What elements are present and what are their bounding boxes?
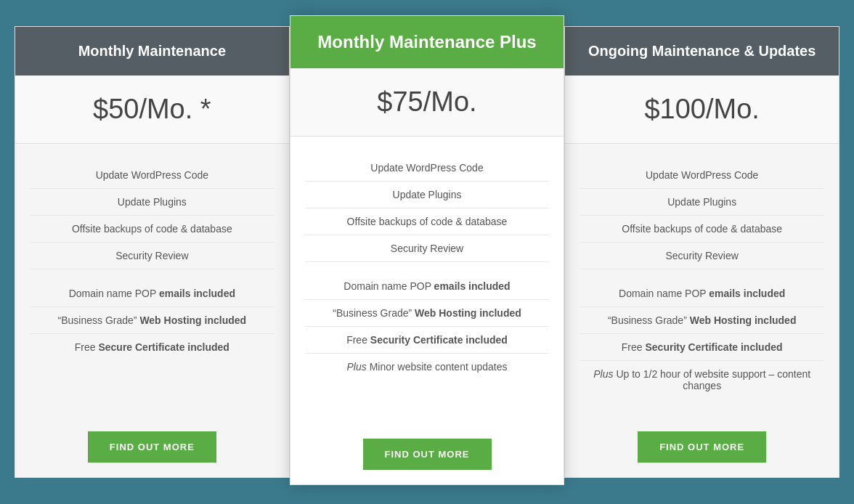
price-box-monthly-maintenance-plus: $75/Mo. [290,68,564,137]
features-box-monthly-maintenance-plus: Update WordPress CodeUpdate PluginsOffsi… [290,137,564,424]
find-out-btn-monthly-maintenance-plus[interactable]: FIND OUT MORE [363,439,492,470]
col-header-monthly-maintenance: Monthly Maintenance [15,27,289,76]
feature-extra-0: Domain name POP emails included [30,280,274,307]
feature-basic-1: Update Plugins [30,189,274,216]
pricing-table: Monthly Maintenance$50/Mo. *Update WordP… [15,26,839,478]
find-out-btn-monthly-maintenance[interactable]: FIND OUT MORE [88,431,216,463]
pricing-col-ongoing-maintenance: Ongoing Maintenance & Updates$100/Mo.Upd… [564,26,839,478]
price-box-monthly-maintenance: $50/Mo. * [15,76,289,144]
price-box-ongoing-maintenance: $100/Mo. [565,76,839,144]
feature-basic-2: Offsite backups of code & database [580,216,824,243]
col-header-ongoing-maintenance: Ongoing Maintenance & Updates [565,27,839,76]
pricing-col-monthly-maintenance: Monthly Maintenance$50/Mo. *Update WordP… [15,26,290,478]
feature-basic-1: Update Plugins [305,182,550,208]
feature-basic-3: Security Review [580,243,824,269]
feature-basic-1: Update Plugins [580,189,824,216]
btn-area-monthly-maintenance: FIND OUT MORE [15,417,289,477]
feature-extra-1: “Business Grade” Web Hosting included [305,300,550,327]
feature-extra-2: Free Secure Certificate included [30,334,274,360]
pricing-col-monthly-maintenance-plus: Monthly Maintenance Plus$75/Mo.Update Wo… [290,15,565,485]
features-box-ongoing-maintenance: Update WordPress CodeUpdate PluginsOffsi… [565,144,839,417]
price-monthly-maintenance-plus: $75/Mo. [305,86,550,118]
feature-extra-1: “Business Grade” Web Hosting included [580,307,824,334]
feature-basic-2: Offsite backups of code & database [30,216,274,243]
feature-basic-0: Update WordPress Code [30,162,274,189]
col-header-monthly-maintenance-plus: Monthly Maintenance Plus [290,16,564,68]
feature-basic-0: Update WordPress Code [580,162,824,189]
feature-extra-2: Free Security Certificate included [305,327,550,354]
feature-basic-3: Security Review [305,235,550,262]
feature-extra-1: “Business Grade” Web Hosting included [30,307,274,334]
feature-basic-2: Offsite backups of code & database [305,208,550,235]
feature-extra-0: Domain name POP emails included [305,273,550,300]
features-box-monthly-maintenance: Update WordPress CodeUpdate PluginsOffsi… [15,144,289,417]
price-monthly-maintenance: $50/Mo. * [30,94,274,125]
btn-area-monthly-maintenance-plus: FIND OUT MORE [290,424,564,484]
feature-basic-0: Update WordPress Code [305,155,550,182]
feature-plus-ongoing-maintenance: Plus Up to 1/2 hour of website support –… [580,361,824,399]
feature-basic-3: Security Review [30,243,274,269]
feature-extra-0: Domain name POP emails included [580,280,824,307]
find-out-btn-ongoing-maintenance[interactable]: FIND OUT MORE [638,431,766,463]
btn-area-ongoing-maintenance: FIND OUT MORE [565,417,839,477]
price-ongoing-maintenance: $100/Mo. [580,94,824,125]
feature-extra-2: Free Security Certificate included [580,334,824,361]
feature-plus-monthly-maintenance-plus: Plus Minor website content updates [305,354,550,380]
